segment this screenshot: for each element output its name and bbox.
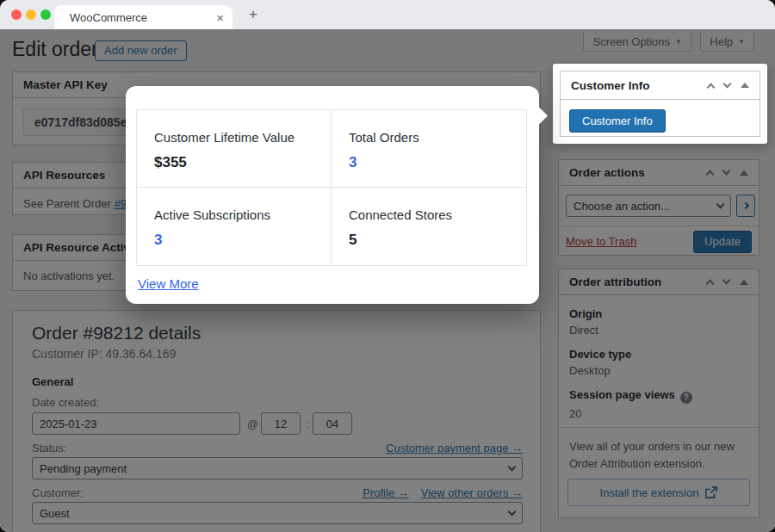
toggle-panel-icon[interactable] (741, 83, 749, 88)
customer-info-title: Customer Info (571, 79, 650, 92)
customer-info-header[interactable]: Customer Info (561, 71, 760, 100)
close-window-icon[interactable] (11, 9, 22, 20)
stat-value: 5 (349, 232, 526, 249)
stats-grid: Customer Lifetime Value $355 Total Order… (136, 109, 527, 266)
move-up-icon[interactable] (707, 83, 716, 91)
stat-total-orders: Total Orders 3 (332, 110, 526, 188)
zoom-window-icon[interactable] (40, 9, 51, 20)
customer-info-box: Customer Info Customer Info (560, 71, 760, 137)
browser-chrome: WooCommerce × + (0, 0, 775, 29)
tab-title: WooCommerce (70, 11, 216, 24)
new-tab-icon[interactable]: + (242, 3, 264, 26)
minimize-window-icon[interactable] (26, 9, 36, 20)
tab-close-icon[interactable]: × (216, 10, 224, 25)
stat-value: $355 (154, 154, 331, 171)
stat-label: Active Subscriptions (154, 207, 331, 222)
customer-info-modal: Customer Lifetime Value $355 Total Order… (126, 86, 539, 304)
stat-label: Total Orders (349, 130, 526, 145)
stat-connected-stores: Connected Stores 5 (332, 188, 526, 265)
move-down-icon[interactable] (723, 79, 732, 88)
stat-customer-lifetime-value: Customer Lifetime Value $355 (137, 110, 332, 188)
stat-value: 3 (349, 154, 526, 171)
stat-label: Customer Lifetime Value (154, 130, 331, 145)
view-more-link[interactable]: View More (138, 276, 199, 291)
customer-info-spotlight: Customer Info Customer Info (553, 64, 767, 144)
customer-info-button[interactable]: Customer Info (569, 109, 666, 133)
stat-value: 3 (154, 232, 331, 249)
browser-tab[interactable]: WooCommerce × (54, 5, 232, 29)
app-window: WooCommerce × + Edit order Add new order… (0, 0, 775, 532)
stat-active-subscriptions: Active Subscriptions 3 (137, 188, 332, 265)
stat-label: Connected Stores (349, 207, 526, 222)
